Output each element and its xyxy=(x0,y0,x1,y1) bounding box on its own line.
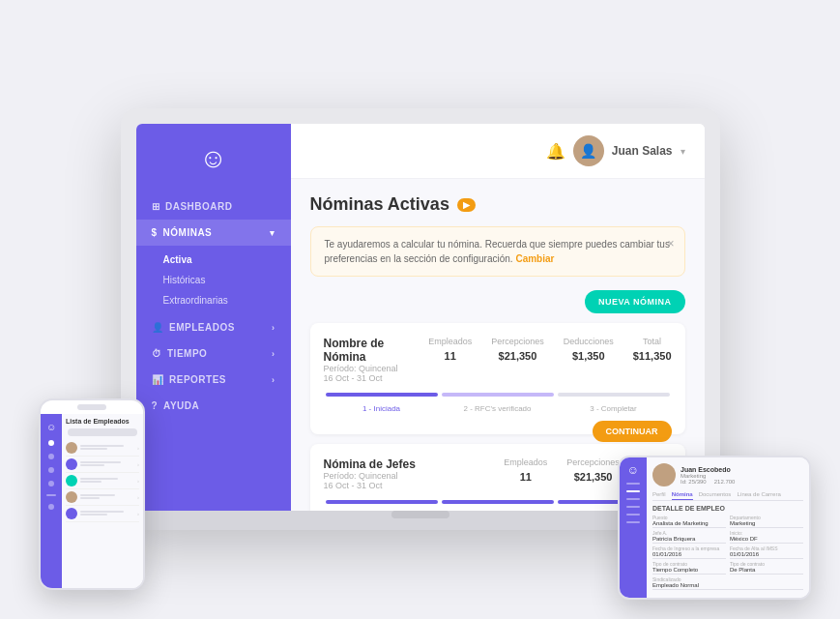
phone-frame: ☺ Lista de Empleados › xyxy=(39,398,145,590)
sidebar-sub-activa[interactable]: Activa xyxy=(163,250,291,270)
chevron-icon: ▾ xyxy=(270,228,275,238)
deducciones-label: Deducciones xyxy=(564,337,614,346)
user-menu[interactable]: 👤 Juan Salas ▾ xyxy=(573,135,685,166)
sidebar-item-nominas[interactable]: $ Nóminas ▾ xyxy=(136,220,291,246)
tablet-field-value-6: 01/01/2016 xyxy=(730,551,803,559)
phone-item-text-1 xyxy=(80,445,134,451)
phone-avatar-2 xyxy=(66,458,77,470)
tablet-header: Juan Escobedo Marketing Id: 25/390 212.7… xyxy=(652,463,803,486)
laptop-notch xyxy=(391,511,449,518)
tablet-field-fecha2: Fecha de Alta al IMSS 01/01/2016 xyxy=(730,545,803,559)
phone-nav-3 xyxy=(48,467,54,473)
tablet-tab-carrera[interactable]: Línea de Carrera xyxy=(737,491,780,500)
phone-screen: ☺ Lista de Empleados › xyxy=(41,414,143,588)
percepciones-stat: Percepciones $21,350 xyxy=(491,337,544,364)
tablet-username: Juan Escobedo xyxy=(681,466,803,473)
tablet-nav-3 xyxy=(626,498,640,500)
tablet-stat-1: Id: 25/390 xyxy=(681,479,707,485)
phone-list-item-3[interactable]: › xyxy=(66,473,139,489)
total-value: $11,350 xyxy=(633,350,672,362)
progress-seg-2 xyxy=(442,393,554,397)
sidebar-item-ayuda[interactable]: ? Ayuda xyxy=(136,393,291,419)
info-text: Te ayudaremos a calcular tu nómina. Recu… xyxy=(325,239,670,264)
sidebar-sub-extraordinarias[interactable]: Extraordinarias xyxy=(163,290,291,310)
tablet-nav-1 xyxy=(626,483,640,485)
percepciones-value: $21,350 xyxy=(499,350,537,362)
tablet-tab-perfil[interactable]: Perfil xyxy=(652,491,666,500)
phone-item-text-3 xyxy=(80,478,134,484)
page-title: Nóminas Activas xyxy=(310,194,449,215)
tablet-logo: ☺ xyxy=(627,463,639,477)
total-stat: Total $11,350 xyxy=(633,337,672,364)
tablet-field-dept: Departamento Marketing xyxy=(730,515,803,528)
tablet-fields-row-1: Puesto Analista de Marketing Departament… xyxy=(652,515,803,528)
continuar-button-1[interactable]: CONTINUAR xyxy=(593,421,672,442)
dashboard-icon: ⊞ xyxy=(152,201,160,212)
cambiar-link[interactable]: Cambiar xyxy=(515,253,554,264)
nomina-name: Nombre de Nómina xyxy=(324,337,429,364)
sidebar-item-dashboard[interactable]: ⊞ Dashboard xyxy=(136,193,291,220)
tablet-user-info: Juan Escobedo Marketing Id: 25/390 212.7… xyxy=(681,466,803,485)
phone-notch xyxy=(77,404,106,410)
step-2-label: 2 - RFC's verificado xyxy=(440,404,556,413)
step-3-label: 3 - Completar xyxy=(556,404,672,413)
tablet-field-tipo1: Tipo de contrato Tiempo Completo xyxy=(652,561,726,575)
user-name: Juan Salas xyxy=(612,144,673,158)
tablet-fields-row-3: Fecha de Ingreso a la empresa 01/01/2016… xyxy=(652,545,803,559)
phone-nav-1 xyxy=(48,440,54,446)
empleados-stat: Empleados 11 xyxy=(428,337,472,364)
phone-list-header: Lista de Empleados xyxy=(66,418,139,425)
tablet-main: Juan Escobedo Marketing Id: 25/390 212.7… xyxy=(647,457,809,598)
phone-nav-2 xyxy=(48,454,54,459)
sidebar-item-label: Ayuda xyxy=(163,400,199,411)
tiempo-icon: ⏱ xyxy=(152,348,162,359)
percepciones-stat-2: Percepciones $21,350 xyxy=(566,457,620,485)
phone-avatar-5 xyxy=(66,508,77,519)
tablet-fields-row-5: Sindicalizado Empleado Normal xyxy=(652,576,803,590)
sidebar-item-label: Nóminas xyxy=(163,227,213,238)
phone-avatar-3 xyxy=(66,475,77,486)
sidebar-item-empleados[interactable]: 👤 Empleados › xyxy=(136,314,291,340)
tablet-frame: ☺ Juan Escobedo Marketing Id: 25/390 xyxy=(618,456,811,600)
nueva-nomina-button[interactable]: NUEVA NÓMINA xyxy=(585,290,685,313)
tablet-avatar xyxy=(652,463,676,486)
tablet-field-value-2: Marketing xyxy=(730,520,803,528)
sidebar-sub-historicas[interactable]: Históricas xyxy=(163,270,291,290)
empleados-label-2: Empleados xyxy=(504,457,547,467)
phone-search-bar[interactable] xyxy=(68,428,137,436)
tablet-section-title: Detalle de Empleo xyxy=(652,505,803,512)
phone-chevron-icon-2: › xyxy=(137,461,139,467)
nomina-top: Nombre de Nómina Período: Quincenal 16 O… xyxy=(324,337,672,383)
tablet-tab-nomina[interactable]: Nómina xyxy=(672,491,693,500)
tablet-tab-docs[interactable]: Documentos xyxy=(699,491,732,500)
phone-list-item-5[interactable]: › xyxy=(66,506,139,522)
sidebar-item-reportes[interactable]: 📊 Reportes › xyxy=(136,367,291,393)
phone-chevron-icon-4: › xyxy=(137,494,139,500)
sidebar-item-label: Tiempo xyxy=(167,348,207,359)
tablet-tabs: Perfil Nómina Documentos Línea de Carrer… xyxy=(652,491,803,501)
empleados-value-2: 11 xyxy=(520,471,532,483)
ayuda-icon: ? xyxy=(152,400,159,411)
phone-list-item-2[interactable]: › xyxy=(66,457,139,473)
nomina-info-2: Nómina de Jefes Período: Quincenal 16 Oc… xyxy=(324,457,505,490)
nomina-period-dates-2: 16 Oct - 31 Oct xyxy=(324,481,505,490)
chevron-icon: › xyxy=(272,323,275,333)
phone-chevron-icon-5: › xyxy=(137,511,139,516)
nominas-icon: $ xyxy=(152,227,158,238)
sidebar-item-label: Reportes xyxy=(169,374,226,385)
tablet-field-value-9: Empleado Normal xyxy=(652,582,803,590)
phone-nav-line-1 xyxy=(46,494,56,496)
nominas-submenu: Activa Históricas Extraordinarias xyxy=(136,246,291,314)
phone-main: Lista de Empleados › › xyxy=(62,414,143,588)
bell-icon[interactable]: 🔔 xyxy=(546,142,565,161)
tablet-field-inicio: Inicio: México DF xyxy=(730,530,803,544)
tablet-nav-2 xyxy=(626,490,640,492)
phone-list-item-1[interactable]: › xyxy=(66,440,139,457)
sidebar: ☺ ⊞ Dashboard $ Nóminas ▾ Activa Históri… xyxy=(136,124,291,511)
main-content: 🔔 👤 Juan Salas ▾ Nóminas Activas ▶ Te ay… xyxy=(291,124,705,511)
phone-list-item-4[interactable]: › xyxy=(66,489,139,506)
sidebar-item-tiempo[interactable]: ⏱ Tiempo › xyxy=(136,340,291,367)
tablet-nav-4 xyxy=(626,506,640,508)
close-banner-button[interactable]: × xyxy=(667,235,674,252)
phone-chevron-icon-1: › xyxy=(137,445,139,451)
